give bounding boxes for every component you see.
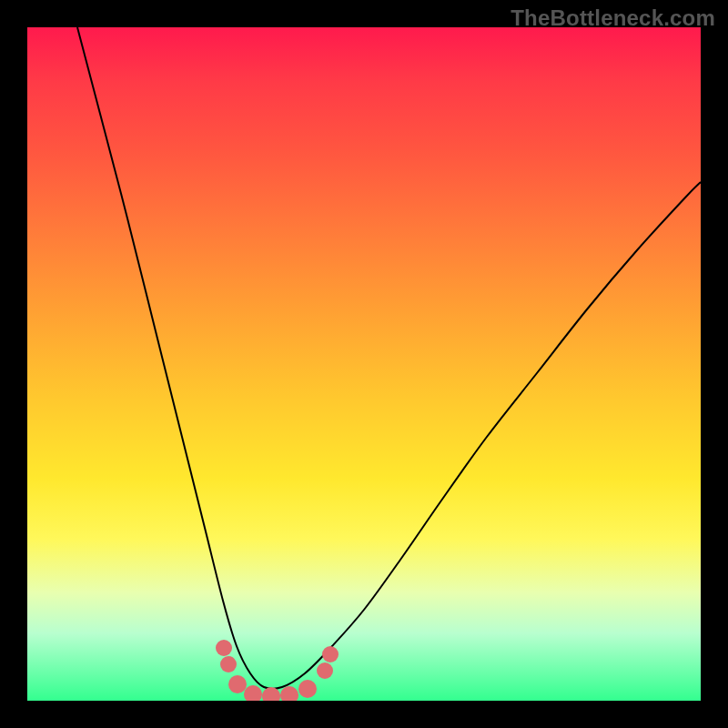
curve-marker [322,646,339,662]
curve-marker [228,675,247,693]
curve-markers [216,640,339,701]
curve-marker [216,640,232,656]
curve-marker [317,662,333,679]
bottleneck-curve [77,27,701,689]
curve-marker [244,685,262,701]
curve-marker [220,656,237,672]
chart-svg [27,27,701,701]
chart-frame: TheBottleneck.com [0,0,728,728]
plot-area [27,27,701,701]
curve-marker [280,686,298,701]
curve-marker [298,680,317,698]
